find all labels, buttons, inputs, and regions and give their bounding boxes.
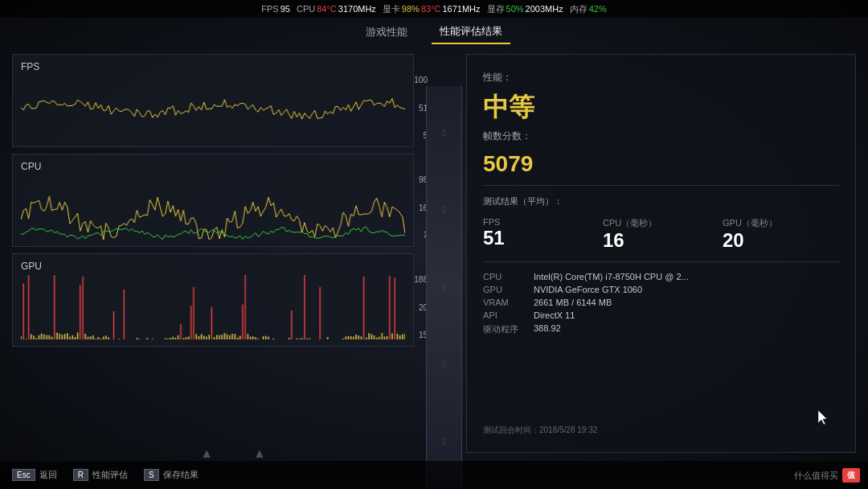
decor-symbol-3: 𓅓 (442, 281, 445, 293)
vram-stat: 显存 50% 2003MHz (487, 3, 563, 15)
sys-info: CPU Intel(R) Core(TM) i7-8750H CPU @ 2..… (483, 272, 839, 335)
tab-performance-result[interactable]: 性能评估结果 (432, 20, 510, 44)
perf-label: 性能： (483, 71, 839, 84)
top-status-bar: FPS 95 CPU 84°C 3170MHz 显卡 98% 83°C 1671… (0, 0, 868, 18)
tab-game-performance[interactable]: 游戏性能 (358, 21, 416, 43)
nav-arrow-left[interactable]: ▲ (200, 446, 213, 461)
gpu-stat: 显卡 98% 83°C 1671MHz (383, 3, 481, 15)
sys-row-api: API DirectX 11 (483, 310, 839, 320)
gpu-chart-container: GPU 188 20 15 (12, 253, 414, 347)
cpu-result-col: CPU（毫秒） 16 (603, 217, 719, 252)
nav-arrows: ▲ ▲ (0, 446, 466, 461)
gpu-canvas (21, 275, 405, 339)
sys-row-gpu: GPU NVIDIA GeForce GTX 1060 (483, 285, 839, 294)
cursor (818, 410, 828, 425)
side-decor: 𓂀 𓆣 𓅓 𓂋 𓀠 (426, 86, 462, 488)
cpu-chart-area: 98 16 7 (21, 175, 405, 240)
timestamp: 测试回合时间：2018/5/28 19:32 (483, 425, 839, 436)
cpu-canvas (21, 175, 405, 240)
esc-key[interactable]: Esc (12, 469, 35, 481)
fps-canvas (21, 76, 405, 140)
watermark: 什么值得买 值 (794, 468, 860, 483)
charts-panel: FPS 100 51 5 CPU 98 16 7 GPU 188 (0, 46, 426, 461)
perf-rating: 中等 (483, 94, 839, 120)
cpu-stat: CPU 84°C 3170MHz (297, 4, 376, 14)
cpu-chart-container: CPU 98 16 7 (12, 154, 414, 247)
gpu-chart-area: 188 20 15 (21, 275, 405, 339)
stats-panel: 性能： 中等 帧数分数： 5079 测试结果（平均）： FPS 51 CPU（毫… (466, 54, 856, 453)
main-content: FPS 100 51 5 CPU 98 16 7 GPU 188 (0, 46, 868, 461)
divider-2 (483, 261, 839, 262)
shortcut-s: S 保存结果 (144, 469, 199, 481)
decor-symbol-1: 𓂀 (442, 127, 445, 138)
fps-max-label: 100 (414, 76, 428, 84)
bottom-bar: Esc 返回 R 性能评估 S 保存结果 什么值得买 值 (0, 461, 868, 489)
divider-1 (483, 185, 839, 186)
fps-stat: FPS 95 (261, 4, 290, 14)
results-grid: FPS 51 CPU（毫秒） 16 GPU（毫秒） 20 (483, 217, 839, 252)
gpu-chart-title: GPU (21, 261, 405, 272)
shortcut-esc: Esc 返回 (12, 469, 57, 481)
svg-marker-0 (818, 410, 827, 425)
esc-label: 返回 (39, 469, 57, 481)
fps-chart-container: FPS 100 51 5 (12, 54, 414, 147)
watermark-text: 什么值得买 (794, 470, 838, 482)
decor-symbol-2: 𓆣 (442, 204, 445, 216)
r-key[interactable]: R (73, 469, 88, 481)
s-key[interactable]: S (144, 469, 159, 481)
frames-label: 帧数分数： (483, 129, 839, 143)
shortcut-r: R 性能评估 (73, 469, 128, 481)
r-label: 性能评估 (92, 469, 128, 481)
decor-symbol-4: 𓂋 (442, 359, 445, 370)
sys-row-vram: VRAM 2661 MB / 6144 MB (483, 298, 839, 307)
sys-row-driver: 驱动程序 388.92 (483, 323, 839, 335)
s-label: 保存结果 (163, 469, 199, 481)
fps-chart-area: 100 51 5 (21, 76, 405, 140)
watermark-brand: 值 (842, 468, 860, 483)
sys-row-cpu: CPU Intel(R) Core(TM) i7-8750H CPU @ 2..… (483, 272, 839, 281)
ram-stat: 内存 42% (570, 3, 607, 15)
fps-result-col: FPS 51 (483, 217, 600, 252)
gpu-result-col: GPU（毫秒） 20 (723, 217, 839, 252)
cpu-chart-title: CPU (21, 161, 405, 172)
results-title: 测试结果（平均）： (483, 195, 839, 208)
frames-value: 5079 (483, 153, 839, 175)
nav-arrow-right[interactable]: ▲ (253, 446, 266, 461)
tab-bar: 游戏性能 性能评估结果 (0, 18, 868, 46)
fps-chart-title: FPS (21, 61, 405, 72)
